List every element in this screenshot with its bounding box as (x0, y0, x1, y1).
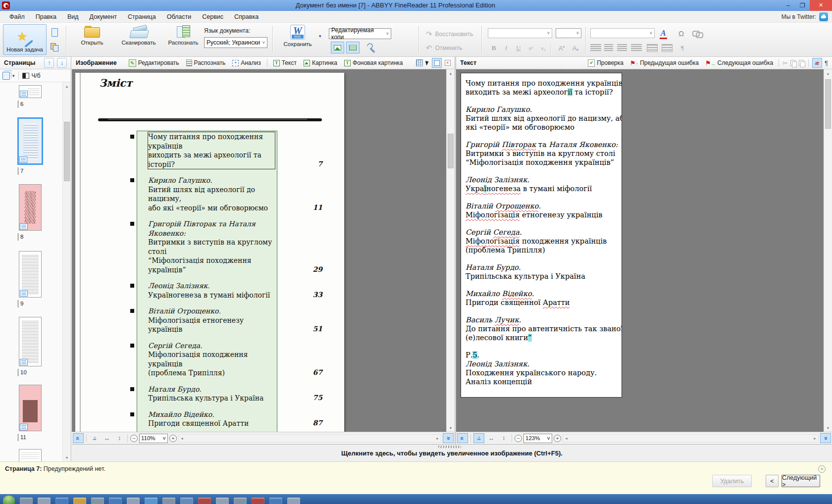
text-vertical-scrollbar[interactable]: ▲ ▼ (824, 69, 832, 432)
menu-item-Области[interactable]: Области (161, 13, 197, 20)
new-page-button[interactable] (48, 26, 61, 39)
scroll-down-icon[interactable]: ▼ (63, 454, 71, 461)
black-white-icon[interactable] (22, 73, 29, 79)
special-char-icon[interactable]: Ω (678, 29, 684, 38)
page-thumbnail-6[interactable] (19, 85, 42, 98)
copy-page-button[interactable] (48, 41, 61, 53)
ligature-toggle-active[interactable]: æ (812, 58, 822, 68)
view-dropdown-arrow[interactable]: ▾ (12, 73, 15, 78)
picture-zone-button[interactable]: Картинка (302, 59, 339, 67)
image-vertical-scrollbar[interactable]: ▲ ▼ (446, 69, 455, 432)
language-select[interactable]: Русский; Украински˅ (204, 37, 267, 48)
previous-error-button[interactable]: ⚑↑Предыдущая ошибка (628, 59, 701, 67)
open-button[interactable]: Открыть (72, 25, 112, 46)
taskbar-icon[interactable] (162, 498, 175, 504)
collapse-panel-button[interactable]: « (457, 433, 468, 443)
taskbar-icon[interactable] (20, 498, 33, 504)
zoom-pane-hint[interactable]: Щелкните здесь, чтобы увидеть увеличенно… (341, 450, 563, 457)
taskbar-icon[interactable] (145, 498, 157, 504)
menu-item-Страница[interactable]: Страница (122, 13, 161, 20)
next-error-button[interactable]: ⚑→Следующая ошибка (703, 59, 775, 67)
save-dropdown-arrow[interactable]: ▾ (319, 34, 321, 39)
taskbar-icon[interactable] (252, 498, 264, 504)
scrollbar-thumb[interactable] (64, 122, 70, 181)
background-picture-zone-button[interactable]: TФоновая картинка (342, 59, 405, 67)
menu-item-Файл[interactable]: Файл (4, 13, 30, 20)
recognized-text-page[interactable]: Чому питання про походження українціввих… (461, 73, 622, 398)
menu-item-Вид[interactable]: Вид (62, 13, 84, 20)
menu-item-Сервис[interactable]: Сервис (197, 13, 229, 20)
menu-item-Правка[interactable]: Правка (30, 13, 62, 20)
text-horizontal-scrollbar[interactable]: ◄► (563, 434, 819, 443)
formatting-marks-toggle[interactable]: ¶ (825, 59, 828, 67)
scan-button[interactable]: Сканировать (115, 25, 162, 46)
page-thumbnail-7[interactable] (17, 117, 43, 165)
fit-page-button[interactable]: ↔↕ (89, 433, 100, 443)
select-zone-tool-active[interactable] (432, 58, 442, 68)
menu-item-Документ[interactable]: Документ (84, 13, 122, 20)
twitter-icon[interactable] (819, 12, 828, 21)
menu-item-Справка[interactable]: Справка (229, 13, 264, 20)
delete-zone-tool[interactable]: ✕ (445, 60, 451, 66)
edit-image-button[interactable]: ✎Редактировать (127, 59, 181, 67)
taskbar-icon[interactable] (109, 498, 122, 504)
move-page-up-button[interactable]: ↑ (44, 58, 54, 68)
scanned-page[interactable]: Зміст Чому питання про походження україн… (75, 73, 344, 432)
fit-page-button[interactable]: ↔↕ (473, 433, 484, 443)
previous-page-button[interactable]: < (766, 475, 779, 487)
scroll-down-icon[interactable]: ▼ (447, 424, 455, 432)
text-zone-region[interactable]: Чому питання про походження українціввих… (137, 131, 277, 432)
new-task-button[interactable]: ★ Новая задача (3, 24, 47, 55)
taskbar-icon[interactable] (180, 498, 193, 504)
analyze-button[interactable]: ✦Анализ (230, 59, 263, 67)
minimize-button[interactable]: – (781, 0, 795, 11)
page-thumbnail-8[interactable] (19, 184, 42, 231)
taskbar-icon[interactable] (234, 498, 247, 504)
thumbnail-view-icon[interactable] (2, 72, 10, 80)
wrench-icon[interactable] (366, 43, 375, 51)
scroll-up-icon[interactable]: ▲ (63, 82, 71, 90)
text-zone-button[interactable]: TТекст (271, 59, 299, 67)
verify-button[interactable]: ✔Проверка (586, 59, 625, 67)
fit-width-button[interactable]: ↔ (102, 433, 112, 443)
page-thumbnail-partial[interactable] (19, 449, 42, 462)
fit-height-button[interactable]: ↕ (114, 433, 125, 443)
taskbar-icon[interactable] (198, 498, 211, 504)
recognize-page-button[interactable]: Распознать (184, 59, 228, 67)
scroll-down-icon[interactable]: ▼ (824, 424, 832, 432)
taskbar-icon[interactable] (91, 498, 104, 504)
zoom-pane-strip[interactable]: Щелкните здесь, чтобы увидеть увеличенно… (72, 444, 832, 461)
taskbar-icon[interactable] (269, 498, 282, 504)
recognize-button[interactable]: ▼ Распознать (163, 25, 203, 46)
taskbar-icon[interactable] (38, 498, 51, 504)
pages-scrollbar[interactable]: ▲ ▼ (62, 82, 71, 461)
cursor-tool-icon[interactable] (425, 60, 429, 65)
start-button[interactable] (3, 496, 15, 504)
next-page-button-bottom[interactable]: Следующий > (781, 475, 820, 487)
close-button[interactable]: ✕ (810, 0, 832, 11)
next-page-button[interactable]: « (820, 433, 831, 443)
layout-mode-toggle[interactable] (346, 42, 360, 53)
taskbar-icon[interactable] (287, 498, 300, 504)
scroll-up-icon[interactable]: ▲ (447, 69, 455, 77)
splitter-grip[interactable] (438, 446, 461, 448)
scrollbar-thumb[interactable] (448, 134, 454, 168)
collapse-panel-button[interactable]: « (73, 433, 84, 443)
text-zoom-select[interactable]: 123%˅ (523, 434, 552, 443)
taskbar-icon[interactable] (216, 498, 229, 504)
next-page-button[interactable]: « (443, 433, 454, 443)
save-format-select[interactable]: Редактируемая копи˅ (329, 28, 391, 39)
zoom-in-button[interactable]: + (554, 435, 561, 442)
restore-button[interactable]: ❐ (795, 0, 810, 11)
image-mode-toggle[interactable] (331, 42, 344, 53)
fit-width-button[interactable]: ↔ (486, 433, 497, 443)
taskbar-icon[interactable] (127, 498, 140, 504)
move-page-down-button[interactable]: ↓ (57, 58, 67, 68)
scrollbar-thumb[interactable] (825, 79, 831, 129)
page-thumbnail-11[interactable] (19, 385, 42, 431)
close-warnings-icon[interactable]: ✕ (818, 465, 826, 473)
zoom-in-button[interactable]: + (169, 435, 177, 442)
page-thumbnail-10[interactable] (19, 317, 42, 366)
fit-height-button[interactable]: ↕ (498, 433, 509, 443)
image-horizontal-scrollbar[interactable]: ◄► (178, 434, 441, 443)
